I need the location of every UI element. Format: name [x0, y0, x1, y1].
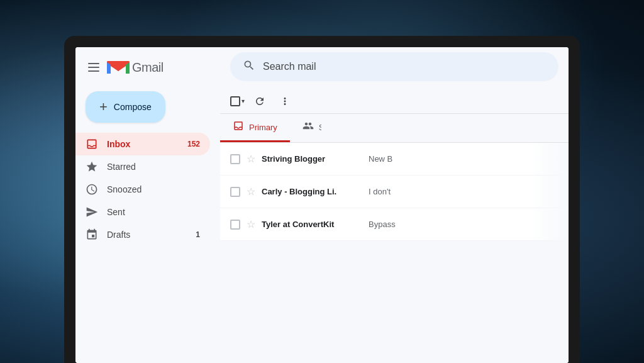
clock-icon [86, 183, 98, 196]
inbox-count: 152 [187, 140, 200, 148]
email-preview-3: Bypass [369, 220, 558, 229]
select-all-area[interactable]: ▾ [230, 96, 245, 106]
screen: Gmail + Compose Inbox 152 [75, 47, 569, 363]
sidebar-item-drafts[interactable]: Drafts 1 [75, 223, 210, 246]
main-content: Search mail ▾ [220, 47, 569, 363]
email-sender-2: Carly - Blogging Li. [262, 187, 362, 196]
gmail-label: Gmail [132, 60, 164, 75]
more-options-button[interactable] [275, 91, 295, 111]
primary-tab-icon [233, 120, 244, 134]
gmail-m-icon [107, 59, 130, 76]
sidebar-item-inbox[interactable]: Inbox 152 [75, 133, 210, 155]
sent-label: Sent [107, 207, 200, 217]
menu-icon[interactable] [86, 60, 102, 74]
email-checkbox-1[interactable] [230, 154, 240, 164]
email-list: ☆ Striving Blogger New B ☆ Carly - Blogg… [220, 143, 569, 363]
laptop: Gmail + Compose Inbox 152 [64, 36, 580, 363]
starred-label: Starred [107, 162, 200, 172]
gmail-logo: Gmail [107, 59, 164, 76]
send-icon [86, 206, 98, 218]
sidebar: Gmail + Compose Inbox 152 [75, 47, 220, 363]
inbox-icon [86, 138, 98, 150]
select-all-checkbox[interactable] [230, 96, 240, 106]
compose-plus-icon: + [99, 100, 108, 114]
drafts-count: 1 [196, 230, 200, 239]
email-checkbox-2[interactable] [230, 187, 240, 197]
laptop-bezel: Gmail + Compose Inbox 152 [64, 36, 580, 363]
select-chevron-icon[interactable]: ▾ [242, 98, 245, 104]
email-preview-2: I don't [369, 187, 558, 196]
search-bar-row: Search mail [220, 47, 569, 89]
drafts-label: Drafts [107, 230, 187, 240]
tab-primary[interactable]: Primary [220, 114, 290, 142]
social-tab-icon [303, 120, 314, 134]
star-icon-3[interactable]: ☆ [247, 218, 255, 230]
email-sender-3: Tyler at ConvertKit [262, 220, 362, 229]
compose-label: Compose [114, 102, 152, 112]
search-placeholder: Search mail [263, 61, 316, 72]
search-icon [243, 59, 255, 75]
compose-button[interactable]: + Compose [86, 91, 165, 123]
tab-social[interactable]: S [290, 114, 321, 142]
inbox-label: Inbox [107, 139, 179, 149]
sidebar-item-starred[interactable]: Starred [75, 155, 210, 178]
action-bar: ▾ [220, 89, 569, 114]
star-icon-1[interactable]: ☆ [247, 153, 255, 165]
search-bar[interactable]: Search mail [230, 52, 558, 81]
tabs-row: Primary S [220, 114, 569, 143]
gmail-header: Gmail [75, 53, 220, 86]
email-sender-1: Striving Blogger [262, 154, 362, 164]
tab-primary-label: Primary [249, 123, 277, 132]
star-icon [86, 160, 98, 173]
sidebar-item-sent[interactable]: Sent [75, 201, 210, 223]
email-row[interactable]: ☆ Tyler at ConvertKit Bypass [220, 208, 569, 241]
star-icon-2[interactable]: ☆ [247, 186, 255, 198]
tab-social-label: S [319, 123, 321, 132]
sidebar-item-snoozed[interactable]: Snoozed [75, 178, 210, 201]
email-preview-1: New B [369, 154, 558, 164]
snoozed-label: Snoozed [107, 184, 200, 194]
refresh-button[interactable] [250, 91, 270, 111]
email-checkbox-3[interactable] [230, 220, 240, 230]
email-row[interactable]: ☆ Carly - Blogging Li. I don't [220, 176, 569, 208]
drafts-icon [86, 228, 98, 241]
email-row[interactable]: ☆ Striving Blogger New B [220, 143, 569, 176]
